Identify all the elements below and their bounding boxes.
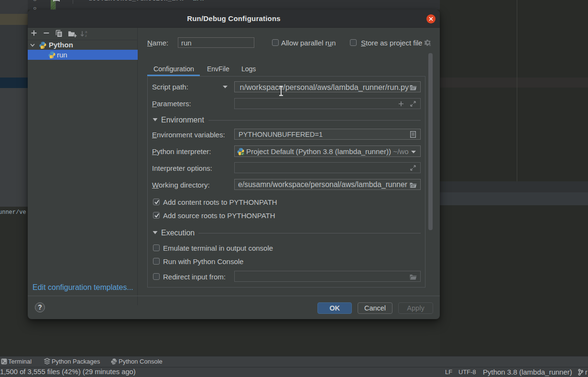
svg-text:z: z	[85, 33, 87, 37]
